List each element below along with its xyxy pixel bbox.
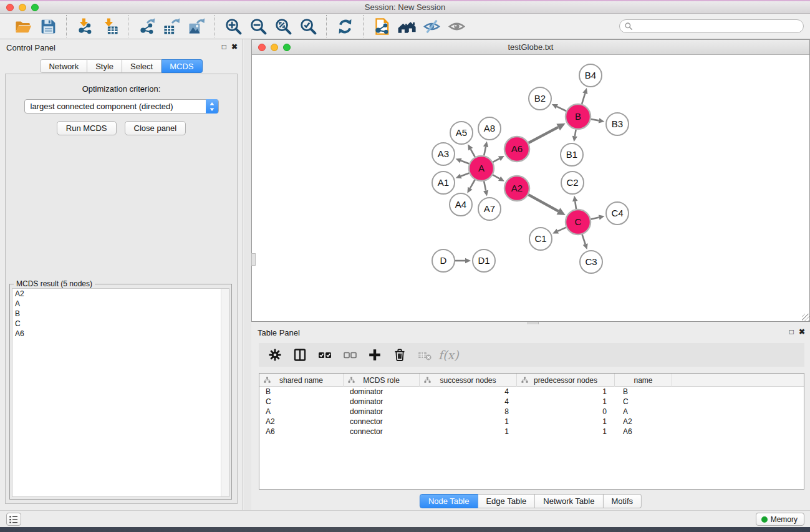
edge-A2-C[interactable] [528, 195, 558, 211]
edge-C-C2[interactable] [575, 201, 576, 210]
refresh-button[interactable] [332, 16, 357, 37]
resize-grip-icon[interactable] [802, 314, 809, 321]
edge-A-A4[interactable] [470, 180, 475, 188]
task-history-button[interactable] [6, 513, 21, 526]
result-list-item[interactable]: A [12, 299, 229, 309]
import-network-button[interactable] [72, 16, 97, 37]
add-button[interactable] [364, 345, 386, 365]
show-details-button[interactable] [444, 16, 469, 37]
open-file-icon [14, 17, 32, 36]
deselect-all-button[interactable] [339, 345, 361, 365]
network-window-titlebar[interactable]: testGlobe.txt [252, 40, 809, 55]
network-canvas[interactable]: B4B2BB3B1A6A5A8A3AA1A2A4A7C2CC4C1C3DD1 [252, 56, 809, 321]
tab-node-table[interactable]: Node Table [420, 494, 478, 508]
table-row[interactable]: Bdominator41B [259, 387, 804, 397]
zoom-fit-button[interactable] [271, 16, 296, 37]
edge-A-A7[interactable] [484, 181, 486, 191]
tab-motifs[interactable]: Motifs [603, 494, 642, 508]
run-mcds-button[interactable]: Run MCDS [57, 121, 117, 135]
zoom-out-button[interactable] [246, 16, 271, 37]
edge-A6-B[interactable] [529, 127, 559, 143]
tab-style[interactable]: Style [87, 59, 122, 73]
close-window-button[interactable] [6, 4, 14, 11]
edge-C-C1[interactable] [557, 228, 566, 231]
network-graph[interactable]: B4B2BB3B1A6A5A8A3AA1A2A4A7C2CC4C1C3DD1 [252, 56, 809, 321]
tab-mcds[interactable]: MCDS [162, 59, 202, 73]
memory-button[interactable]: Memory [756, 513, 804, 526]
edge-C-C4[interactable] [591, 218, 599, 220]
criterion-value: largest connected component (directed) [31, 102, 173, 111]
export-image-button[interactable] [184, 16, 209, 37]
column-header-MCDS-role[interactable]: MCDS role [344, 374, 420, 387]
select-all-icon [317, 347, 332, 362]
edge-A-A5[interactable] [471, 149, 475, 157]
arrowhead-icon [583, 243, 588, 249]
edge-A-A8[interactable] [484, 147, 486, 155]
float-table-panel-icon[interactable]: □ [789, 327, 794, 336]
panel-divider[interactable] [244, 39, 251, 510]
edge-B-B3[interactable] [591, 119, 599, 120]
minimize-window-button[interactable] [19, 4, 26, 11]
function-builder-button[interactable]: f(x) [438, 348, 459, 362]
save-session-button[interactable] [36, 16, 60, 37]
export-network-button[interactable] [134, 16, 159, 37]
edge-A-A2[interactable] [493, 175, 499, 178]
criterion-dropdown[interactable]: largest connected component (directed) [24, 99, 219, 114]
zoom-selected-button[interactable] [296, 16, 321, 37]
table-row[interactable]: A2connector11A2 [259, 417, 804, 427]
edge-A-A3[interactable] [461, 161, 469, 164]
close-panel-button[interactable]: Close panel [125, 121, 186, 135]
optimization-criterion-label: Optimization criterion: [6, 84, 237, 94]
tab-network[interactable]: Network [40, 59, 87, 73]
delete-button[interactable] [388, 345, 411, 365]
table-row[interactable]: Adominator80A [259, 407, 804, 417]
result-list-item[interactable]: C [12, 319, 229, 329]
delete-table-icon [417, 347, 432, 362]
column-header-predecessor-nodes[interactable]: predecessor nodes [517, 374, 615, 387]
session-titlebar[interactable]: Session: New Session [0, 1, 810, 14]
select-all-button[interactable] [314, 345, 336, 365]
search-input[interactable] [619, 19, 804, 33]
export-table-button[interactable] [159, 16, 184, 37]
home-button[interactable] [394, 16, 419, 37]
open-file-button[interactable] [11, 16, 36, 37]
node-table[interactable]: shared nameMCDS rolesuccessor nodesprede… [259, 373, 804, 490]
result-list-scrollbar[interactable] [221, 289, 229, 496]
edge-A-A1[interactable] [461, 173, 469, 176]
column-header-name[interactable]: name [615, 374, 672, 387]
node-label-B3: B3 [612, 118, 623, 129]
close-panel-icon[interactable]: ✖ [231, 42, 238, 51]
float-panel-icon[interactable]: □ [222, 42, 226, 51]
delete-table-button[interactable] [413, 345, 436, 365]
tab-network-table[interactable]: Network Table [535, 494, 603, 508]
edge-B-B1[interactable] [575, 130, 576, 137]
tab-select[interactable]: Select [122, 59, 162, 73]
gear-button[interactable] [264, 345, 286, 365]
edge-C-C3[interactable] [582, 235, 586, 244]
result-list-item[interactable]: B [12, 309, 229, 319]
table-row[interactable]: A6connector11A6 [259, 427, 804, 437]
edge-B-B4[interactable] [582, 94, 585, 104]
column-header-shared-name[interactable]: shared name [259, 374, 344, 387]
maximize-window-button[interactable] [31, 4, 39, 11]
mcds-result-list[interactable]: A2ABCA6 [12, 288, 229, 497]
hide-details-button[interactable] [419, 16, 444, 37]
result-list-item[interactable]: A2 [12, 289, 229, 299]
zoom-in-button[interactable] [221, 16, 246, 37]
network-minimize-button[interactable] [271, 44, 278, 51]
edge-A-A6[interactable] [493, 158, 499, 162]
result-list-item[interactable]: A6 [12, 329, 229, 339]
split-grip-icon[interactable] [251, 253, 256, 266]
column-header-successor-nodes[interactable]: successor nodes [420, 374, 517, 387]
tab-edge-table[interactable]: Edge Table [478, 494, 535, 508]
close-table-panel-icon[interactable]: ✖ [799, 327, 805, 336]
network-from-file-button[interactable] [369, 16, 394, 37]
edge-B-B2[interactable] [557, 107, 566, 111]
column-button[interactable] [289, 345, 311, 365]
import-table-button[interactable] [97, 16, 122, 37]
network-close-button[interactable] [258, 44, 266, 51]
network-maximize-button[interactable] [283, 44, 291, 51]
arrowhead-icon [572, 136, 577, 142]
memory-status-icon [761, 516, 768, 523]
table-row[interactable]: Cdominator41C [259, 397, 804, 407]
